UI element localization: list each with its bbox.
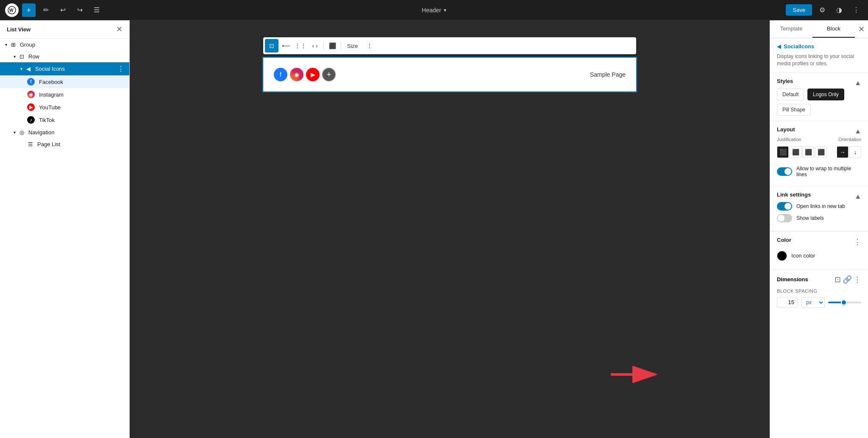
- nav-arrows-icon[interactable]: ‹ ›: [308, 39, 322, 53]
- align-icon[interactable]: ⟵: [279, 39, 293, 53]
- layout-section: Layout ▲ Justification Orientation ⬛ ⬛ ⬛…: [770, 121, 868, 186]
- orientation-buttons: → ↓: [837, 146, 861, 161]
- left-panel: List View ✕ ▾ ⊞ Group ▾ ⊡ Row ▾ ◀ Social…: [0, 20, 130, 438]
- orient-vertical-button[interactable]: ↓: [849, 146, 861, 158]
- orient-horizontal-button[interactable]: →: [837, 146, 849, 158]
- spacing-input[interactable]: [777, 297, 798, 308]
- orientation-label: Orientation: [838, 137, 861, 142]
- transform-icon[interactable]: ⊡: [265, 39, 278, 53]
- add-social-icon-button[interactable]: +: [322, 68, 336, 81]
- drag-icon[interactable]: ⋮⋮: [294, 39, 307, 53]
- social-icons-block-icon: ◀: [777, 43, 781, 50]
- tab-template[interactable]: Template: [770, 20, 812, 38]
- dimensions-more-icon[interactable]: ⋮: [854, 275, 861, 284]
- social-icons-more-icon[interactable]: ⋮: [117, 65, 124, 73]
- justify-stretch-button[interactable]: ⬛: [815, 146, 827, 158]
- slider-thumb: [841, 299, 847, 305]
- spacing-slider[interactable]: [828, 302, 861, 303]
- canvas-facebook-icon: f: [274, 68, 287, 81]
- row-label: Row: [28, 53, 39, 60]
- preview-icon[interactable]: ◑: [832, 3, 846, 17]
- right-panel: Template Block ✕ ◀ SocialIcons Display i…: [770, 20, 868, 438]
- redo-button[interactable]: ↪: [73, 3, 86, 17]
- wrap-toggle[interactable]: [777, 167, 792, 176]
- page-list-icon: ☰: [27, 141, 34, 147]
- style-default-button[interactable]: Default: [777, 89, 804, 100]
- canvas-youtube-icon: ▶: [306, 68, 320, 81]
- tree-item-youtube[interactable]: ▶ YouTube: [0, 101, 129, 114]
- close-list-view-button[interactable]: ✕: [116, 25, 122, 33]
- tree-item-instagram[interactable]: ◉ Instagram: [0, 88, 129, 101]
- social-icons-row: f ◉ ▶ +: [274, 68, 336, 81]
- red-arrow-indicator: [611, 366, 662, 383]
- svg-text:W: W: [9, 8, 14, 13]
- block-type-header: ◀ SocialIcons: [777, 43, 861, 50]
- justify-left-button[interactable]: ⬛: [777, 146, 789, 158]
- unit-select[interactable]: px em rem %: [801, 297, 825, 308]
- show-labels-toggle[interactable]: [777, 214, 792, 222]
- icon-color-swatch[interactable]: [777, 251, 787, 261]
- row-icon: ⊡: [18, 53, 25, 60]
- dimensions-box-icon[interactable]: ⊡: [835, 275, 841, 284]
- open-new-tab-toggle[interactable]: [777, 202, 792, 211]
- justify-center-button[interactable]: ⬛: [790, 146, 801, 158]
- canvas-toolbar: ⊡ ⟵ ⋮⋮ ‹ › ⬛ Size ⋮: [263, 37, 636, 54]
- color-more-icon[interactable]: ⋮: [854, 237, 861, 247]
- styles-buttons: Default Logos Only: [777, 89, 861, 100]
- tree-item-group[interactable]: ▾ ⊞ Group: [0, 39, 129, 50]
- justification-buttons: ⬛ ⬛ ⬛ ⬛: [777, 146, 827, 158]
- link-settings-section: Link settings ▲ Open links in new tab Sh…: [770, 186, 868, 231]
- tree-item-page-list[interactable]: ☰ Page List: [0, 138, 129, 150]
- link-settings-collapse-icon[interactable]: ▲: [854, 193, 861, 200]
- tree-item-social-icons[interactable]: ▾ ◀ Social Icons ⋮: [0, 62, 129, 75]
- tree-item-tiktok[interactable]: ♪ TikTok: [0, 114, 129, 126]
- edit-tools-button[interactable]: ✏: [39, 3, 53, 17]
- tab-block[interactable]: Block: [812, 20, 855, 38]
- navigation-icon: ◎: [18, 129, 25, 136]
- wrap-label: Allow to wrap to multiple lines: [796, 166, 861, 177]
- align-left-icon[interactable]: ⬛: [326, 39, 339, 53]
- link-settings-header: Link settings ▲: [777, 191, 861, 202]
- top-bar: W + ✏ ↩ ↪ ☰ Header ▾ Save ⚙ ◑ ⋮: [0, 0, 868, 20]
- style-logos-only-button[interactable]: Logos Only: [807, 89, 844, 100]
- chevron-down-icon: ▾: [444, 7, 446, 13]
- divider2: [341, 42, 341, 50]
- header-block: f ◉ ▶ + Sample Page: [263, 58, 636, 91]
- list-view-header: List View ✕: [0, 20, 129, 39]
- save-button[interactable]: Save: [786, 4, 812, 16]
- dimensions-section: Dimensions ⊡ 🔗 ⋮ BLOCK SPACING px em rem…: [770, 270, 868, 313]
- color-header: Color ⋮: [777, 237, 861, 247]
- tiktok-icon: ♪: [27, 116, 35, 124]
- social-icons-icon: ◀: [25, 66, 32, 72]
- more-options-icon[interactable]: ⋮: [849, 3, 863, 17]
- settings-icon[interactable]: ⚙: [815, 3, 829, 17]
- styles-header: Styles ▲: [777, 78, 861, 89]
- more-toolbar-icon[interactable]: ⋮: [363, 39, 376, 53]
- open-new-tab-row: Open links in new tab: [777, 202, 861, 211]
- tree-item-navigation[interactable]: ▾ ◎ Navigation: [0, 126, 129, 138]
- main-layout: List View ✕ ▾ ⊞ Group ▾ ⊡ Row ▾ ◀ Social…: [0, 20, 868, 438]
- canvas-wrapper: ⊡ ⟵ ⋮⋮ ‹ › ⬛ Size ⋮ f ◉ ▶ + Sample Page: [263, 37, 636, 91]
- social-icons-label: Social Icons: [35, 66, 65, 72]
- dimensions-title: Dimensions: [777, 276, 808, 283]
- list-view-button[interactable]: ☰: [90, 3, 103, 17]
- justify-right-button[interactable]: ⬛: [802, 146, 814, 158]
- sample-page-link[interactable]: Sample Page: [590, 71, 626, 78]
- layout-collapse-icon[interactable]: ▲: [854, 128, 861, 135]
- tree-item-facebook[interactable]: f Facebook: [0, 75, 129, 88]
- tree-item-row[interactable]: ▾ ⊡ Row: [0, 50, 129, 62]
- undo-button[interactable]: ↩: [56, 3, 70, 17]
- block-type-desc: Display icons linking to your social med…: [777, 53, 861, 67]
- open-new-tab-label: Open links in new tab: [796, 203, 845, 209]
- style-pill-shape-button[interactable]: Pill Shape: [777, 104, 811, 116]
- chevron-nav-icon: ▾: [14, 130, 16, 135]
- icon-color-row: Icon color: [777, 247, 861, 264]
- add-block-button[interactable]: +: [22, 3, 36, 17]
- group-icon: ⊞: [10, 41, 17, 48]
- styles-collapse-icon[interactable]: ▲: [854, 79, 861, 87]
- size-button[interactable]: Size: [343, 39, 362, 53]
- navigation-label: Navigation: [28, 129, 54, 136]
- close-right-panel-button[interactable]: ✕: [855, 21, 868, 37]
- page-title: Header: [422, 7, 441, 14]
- dimensions-link-icon[interactable]: 🔗: [843, 275, 852, 284]
